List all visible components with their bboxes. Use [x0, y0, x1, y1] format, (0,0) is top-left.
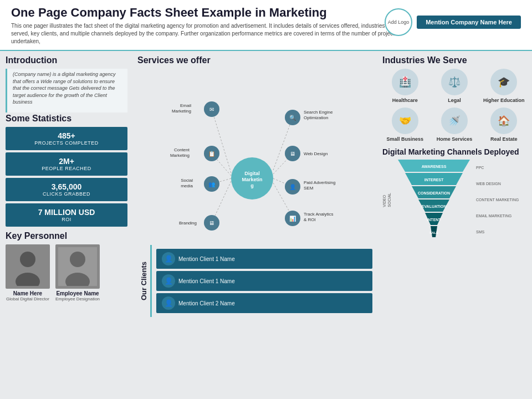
svg-text:INTENT: INTENT [427, 218, 441, 222]
right-label-4: SMS [476, 230, 519, 234]
svg-text:📋: 📋 [208, 150, 216, 157]
svg-text:SEM: SEM [304, 186, 314, 191]
personnel-photos: Name Here Global Digital Director Em [6, 244, 127, 301]
left-column: Introduction (Company name) is a digital… [0, 51, 133, 397]
svg-text:🖥: 🖥 [290, 151, 295, 157]
industry-label-1: Legal [432, 98, 477, 103]
stats-title: Some Statistics [6, 114, 127, 124]
left-label-1: SOCIAL [387, 193, 391, 207]
client-icon-1: 👤 [162, 274, 175, 288]
stat-number-3: 7 MILLION USD [8, 208, 125, 217]
client-icon-0: 👤 [162, 252, 175, 265]
industry-item-0: 🏥 Healthcare [382, 69, 427, 103]
key-personnel: Key Personnel Name Here Global Digital [6, 231, 127, 301]
left-label-0: VIDEO [382, 193, 386, 207]
services-diagram: Digital Marketin g ✉ Emai [137, 68, 372, 245]
svg-text:Branding: Branding [179, 221, 197, 226]
client-name-1: Mention Client 1 Name [178, 278, 235, 284]
industries-title: Industries We Serve [382, 55, 526, 65]
stat-label-1: PEOPLE REACHED [8, 166, 125, 171]
industry-item-2: 🎓 Higher Education [482, 69, 526, 103]
svg-text:Email: Email [180, 103, 191, 108]
homeservices-icon: 🚿 [441, 108, 468, 134]
stat-label-3: ROI [8, 217, 125, 222]
intro-text: (Company name) is a digital marketing ag… [13, 71, 122, 106]
industry-label-0: Healthcare [382, 98, 427, 103]
right-label-1: WEB DESIGN [476, 182, 519, 186]
header-logo-area: Add Logo Mention Company Name Here [385, 8, 521, 36]
services-svg: Digital Marketin g ✉ Emai [137, 68, 372, 239]
client-row-1: 👤 Mention Client 1 Name [156, 271, 372, 291]
stat-item-1: 2M+ PEOPLE REACHED [6, 152, 127, 176]
industry-item-3: 🤝 Small Business [382, 108, 427, 142]
svg-text:Content: Content [174, 147, 190, 152]
middle-column: Services we offer Digital Marketin g [133, 51, 377, 397]
person-1-photo [55, 244, 100, 289]
funnel-left-labels: VIDEO SOCIAL [382, 193, 391, 207]
svg-text:🖥: 🖥 [209, 220, 214, 226]
svg-text:Paid Advertising: Paid Advertising [304, 180, 335, 185]
svg-text:INTEREST: INTEREST [424, 178, 444, 182]
header-description: This one pager illustrates the fact shee… [11, 22, 399, 45]
svg-text:EVALUATION: EVALUATION [422, 204, 446, 208]
svg-text:📊: 📊 [289, 215, 296, 222]
key-personnel-title: Key Personnel [6, 231, 127, 241]
smallbiz-icon: 🤝 [392, 108, 418, 134]
svg-text:g: g [250, 183, 254, 188]
industry-label-5: Real Estate [482, 136, 526, 142]
svg-text:Social: Social [181, 178, 193, 183]
svg-line-9 [212, 109, 231, 173]
intro-section: (Company name) is a digital marketing ag… [6, 69, 127, 112]
svg-text:Digital: Digital [244, 171, 260, 176]
person-1: Employee Name Employee Designation [55, 244, 100, 301]
our-clients-section: Our Clients 👤 Mention Client 1 Name 👤 Me… [137, 245, 372, 317]
industry-label-3: Small Business [382, 136, 427, 142]
svg-text:👥: 👥 [208, 181, 216, 188]
stat-number-2: 3,65,000 [8, 182, 125, 191]
svg-text:Web Design: Web Design [304, 151, 328, 156]
svg-text:✉: ✉ [209, 106, 214, 112]
svg-text:SALE: SALE [429, 231, 438, 234]
stat-number-1: 2M+ [8, 157, 125, 166]
healthcare-icon: 🏥 [392, 69, 418, 95]
person-0: Name Here Global Digital Director [6, 244, 50, 301]
client-row-2: 👤 Mention Client 2 Name [156, 293, 372, 313]
channels-section: Digital Marketing Channels Deployed VIDE… [382, 147, 526, 240]
right-label-2: CONTENT MARKETING [476, 198, 519, 202]
person-1-title: Employee Designation [55, 296, 100, 301]
legal-icon: ⚖️ [441, 69, 468, 95]
page: One Page Company Facts Sheet Example in … [0, 0, 532, 399]
person-1-name: Employee Name [55, 290, 100, 296]
header: One Page Company Facts Sheet Example in … [0, 0, 532, 51]
stat-item-2: 3,65,000 CLICKS GRABBED [6, 178, 127, 201]
person-0-name: Name Here [6, 290, 50, 296]
svg-point-4 [70, 252, 85, 267]
stat-item-0: 485+ PROJECTS COMPLETED [6, 127, 127, 150]
client-name-2: Mention Client 2 Name [178, 300, 235, 306]
person-1-image [58, 247, 97, 286]
industry-label-2: Higher Education [482, 98, 526, 103]
svg-text:CONSIDERATION: CONSIDERATION [418, 191, 450, 195]
stat-label-2: CLICKS GRABBED [8, 191, 125, 197]
clients-section-label: Our Clients [137, 245, 152, 317]
person-0-image [8, 247, 47, 286]
client-name-0: Mention Client 1 Name [178, 256, 235, 262]
person-0-photo [6, 244, 50, 289]
svg-text:Optimization: Optimization [304, 115, 328, 120]
realestate-icon: 🏠 [490, 108, 517, 134]
funnel-right-labels: PPC WEB DESIGN CONTENT MARKETING EMAIL M… [476, 160, 519, 240]
funnel-svg: AWARENESS INTEREST CONSIDERATION EVALUAT… [395, 160, 473, 240]
stats-list: 485+ PROJECTS COMPLETED 2M+ PEOPLE REACH… [6, 127, 127, 227]
svg-text:🔍: 🔍 [289, 114, 296, 121]
svg-text:Search Engine: Search Engine [304, 110, 333, 115]
client-icon-2: 👤 [162, 296, 175, 310]
svg-text:Track Analytics: Track Analytics [304, 212, 334, 217]
right-label-0: PPC [476, 166, 519, 170]
person-0-title: Global Digital Director [6, 296, 50, 301]
funnel-container: VIDEO SOCIAL AWARENESS INTEREST CONSIDER… [382, 160, 526, 240]
industry-item-5: 🏠 Real Estate [482, 108, 526, 142]
svg-text:👤: 👤 [289, 183, 296, 191]
services-title: Services we offer [137, 55, 372, 65]
industry-label-4: Home Services [432, 136, 477, 142]
channels-title: Digital Marketing Channels Deployed [382, 147, 526, 156]
